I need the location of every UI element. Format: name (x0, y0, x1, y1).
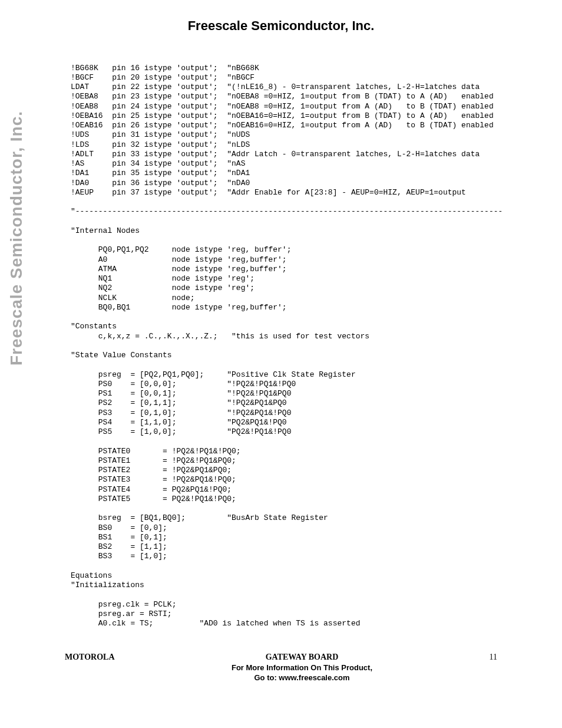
page-title: Freescale Semiconductor, Inc. (35, 18, 527, 34)
footer-board-name: GATEWAY BOARD (266, 653, 339, 661)
footer-brand: MOTOROLA (65, 652, 115, 683)
footer-center: GATEWAY BOARD For More Information On Th… (232, 652, 372, 683)
code-listing: !BG68K pin 16 istype 'output'; "nBG68K !… (35, 64, 527, 629)
footer-info-line1: For More Information On This Product, (232, 663, 372, 672)
footer-info-line2: Go to: www.freescale.com (254, 673, 349, 682)
sidebar-watermark: Freescale Semiconductor, Inc. (6, 111, 27, 365)
page-footer: MOTOROLA GATEWAY BOARD For More Informat… (35, 652, 527, 683)
footer-page-number: 11 (490, 652, 497, 683)
